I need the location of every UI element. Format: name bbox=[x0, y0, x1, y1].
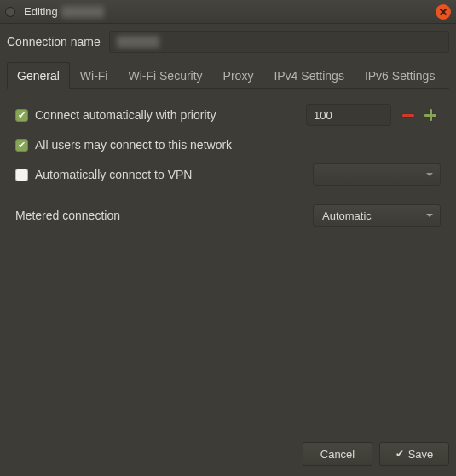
check-icon: ✔ bbox=[395, 448, 404, 460]
tab-bar: General Wi-Fi Wi-Fi Security Proxy IPv4 … bbox=[7, 61, 449, 89]
window-title: Editing bbox=[24, 5, 104, 18]
auto-connect-label: Connect automatically with priority bbox=[35, 108, 216, 122]
tab-general[interactable]: General bbox=[7, 62, 70, 89]
connection-name-value bbox=[117, 36, 159, 48]
metered-label: Metered connection bbox=[15, 209, 306, 222]
priority-increment-button[interactable] bbox=[420, 105, 441, 125]
tab-proxy[interactable]: Proxy bbox=[213, 62, 264, 89]
priority-controls bbox=[398, 105, 441, 125]
priority-spinbox[interactable]: 100 bbox=[306, 104, 391, 126]
window-title-network-name bbox=[61, 6, 104, 18]
all-users-label: All users may connect to this network bbox=[35, 138, 232, 152]
window-title-prefix: Editing bbox=[24, 5, 58, 18]
close-icon bbox=[440, 9, 447, 15]
priority-decrement-button[interactable] bbox=[398, 105, 418, 125]
chevron-down-icon bbox=[426, 214, 433, 217]
tab-ipv6-settings[interactable]: IPv6 Settings bbox=[355, 62, 446, 89]
row-auto-vpn: Automatically connect to VPN bbox=[15, 163, 441, 186]
checkbox-icon bbox=[15, 169, 28, 181]
minus-icon bbox=[402, 114, 414, 117]
checkbox-icon: ✔ bbox=[15, 109, 28, 122]
metered-select[interactable]: Automatic bbox=[313, 204, 441, 227]
tab-ipv4-settings[interactable]: IPv4 Settings bbox=[263, 62, 355, 89]
row-auto-connect: ✔ Connect automatically with priority 10… bbox=[15, 104, 441, 126]
dialog-footer: Cancel ✔ Save bbox=[0, 433, 456, 476]
metered-select-value: Automatic bbox=[322, 209, 372, 222]
connection-name-input[interactable] bbox=[109, 31, 449, 53]
cancel-button[interactable]: Cancel bbox=[303, 442, 372, 466]
save-button[interactable]: ✔ Save bbox=[379, 442, 449, 466]
connection-name-row: Connection name bbox=[7, 31, 449, 53]
checkbox-icon: ✔ bbox=[15, 139, 28, 152]
tab-panel-general: ✔ Connect automatically with priority 10… bbox=[7, 89, 449, 433]
dialog-window: Editing Connection name General Wi-Fi Wi… bbox=[0, 0, 456, 476]
tab-wifi-security[interactable]: Wi-Fi Security bbox=[118, 62, 212, 89]
chevron-down-icon bbox=[426, 173, 433, 176]
save-button-label: Save bbox=[408, 448, 434, 461]
vpn-select[interactable] bbox=[313, 163, 441, 186]
cancel-button-label: Cancel bbox=[320, 448, 355, 461]
tab-wifi[interactable]: Wi-Fi bbox=[70, 62, 118, 89]
window-menu-button[interactable] bbox=[5, 7, 15, 17]
close-button[interactable] bbox=[436, 4, 451, 20]
row-metered: Metered connection Automatic bbox=[15, 204, 441, 227]
auto-vpn-check[interactable]: Automatically connect to VPN bbox=[15, 168, 306, 181]
auto-connect-check[interactable]: ✔ Connect automatically with priority bbox=[15, 108, 299, 122]
window-controls-left bbox=[5, 7, 15, 17]
titlebar: Editing bbox=[0, 0, 456, 24]
connection-name-label: Connection name bbox=[7, 35, 101, 49]
dialog-content: Connection name General Wi-Fi Wi-Fi Secu… bbox=[0, 24, 456, 433]
auto-vpn-label: Automatically connect to VPN bbox=[35, 168, 192, 181]
all-users-check[interactable]: ✔ All users may connect to this network bbox=[15, 138, 441, 152]
row-all-users: ✔ All users may connect to this network bbox=[15, 138, 441, 152]
